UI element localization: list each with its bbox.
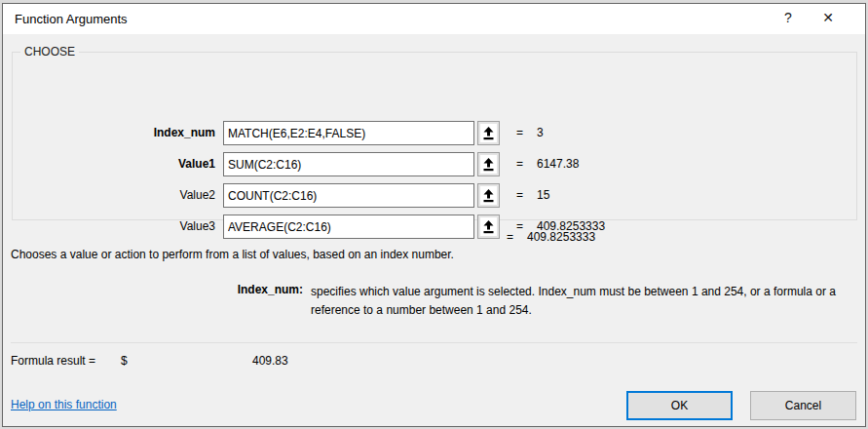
argument-row-value1: Value1 = 6147.38 — [13, 152, 856, 176]
dialog-title: Function Arguments — [15, 12, 128, 26]
overall-result-row: = 409.8253333 — [3, 228, 865, 246]
argument-row-value2: Value2 = 15 — [13, 183, 856, 208]
horizontal-divider — [11, 342, 857, 343]
equals-sign: = — [516, 183, 523, 208]
value1-collapse-button[interactable] — [477, 152, 500, 176]
dialog-titlebar[interactable]: Function Arguments ? ✕ — [3, 4, 865, 34]
argument-row-index-num: Index_num = 3 — [13, 121, 856, 145]
equals-sign: = — [516, 121, 523, 145]
value2-result: 15 — [537, 183, 549, 208]
function-arguments-dialog: Function Arguments ? ✕ CHOOSE Index_num — [2, 3, 866, 427]
overall-result-value: 409.8253333 — [527, 228, 595, 246]
value1-label: Value1 — [52, 152, 215, 176]
currency-symbol: $ — [121, 354, 128, 368]
argument-help-text: specifies which value argument is select… — [311, 283, 858, 320]
formula-result-value: 409.83 — [252, 354, 288, 368]
value2-label: Value2 — [52, 183, 215, 208]
value1-result: 6147.38 — [537, 152, 579, 176]
argument-help-label: Index_num: — [3, 283, 303, 296]
formula-result-row: Formula result = $ 409.83 — [3, 354, 865, 371]
index-num-label: Index_num — [52, 121, 215, 145]
function-description: Chooses a value or action to perform fro… — [11, 248, 849, 261]
value2-input[interactable] — [223, 183, 474, 208]
cancel-button[interactable]: Cancel — [750, 391, 856, 420]
index-num-input[interactable] — [223, 121, 474, 145]
index-num-collapse-button[interactable] — [477, 121, 500, 145]
formula-result-label: Formula result = — [11, 354, 95, 368]
dialog-help-button[interactable]: ? — [772, 4, 805, 31]
collapse-dialog-icon — [482, 189, 495, 203]
close-icon: ✕ — [822, 10, 834, 25]
value2-collapse-button[interactable] — [477, 183, 500, 208]
question-mark-icon: ? — [784, 10, 792, 25]
equals-sign: = — [516, 152, 523, 176]
value1-input[interactable] — [223, 152, 474, 176]
dialog-close-button[interactable]: ✕ — [811, 4, 845, 31]
equals-sign: = — [507, 228, 513, 246]
function-name-label: CHOOSE — [20, 45, 79, 58]
index-num-result: 3 — [537, 121, 544, 145]
collapse-dialog-icon — [482, 127, 495, 140]
choose-function-groupbox: CHOOSE Index_num = 3 Value1 — [12, 52, 857, 220]
ok-button[interactable]: OK — [626, 391, 733, 420]
help-on-this-function-link[interactable]: Help on this function — [11, 398, 117, 411]
screen-background: Function Arguments ? ✕ CHOOSE Index_num — [0, 0, 868, 429]
collapse-dialog-icon — [482, 158, 495, 172]
